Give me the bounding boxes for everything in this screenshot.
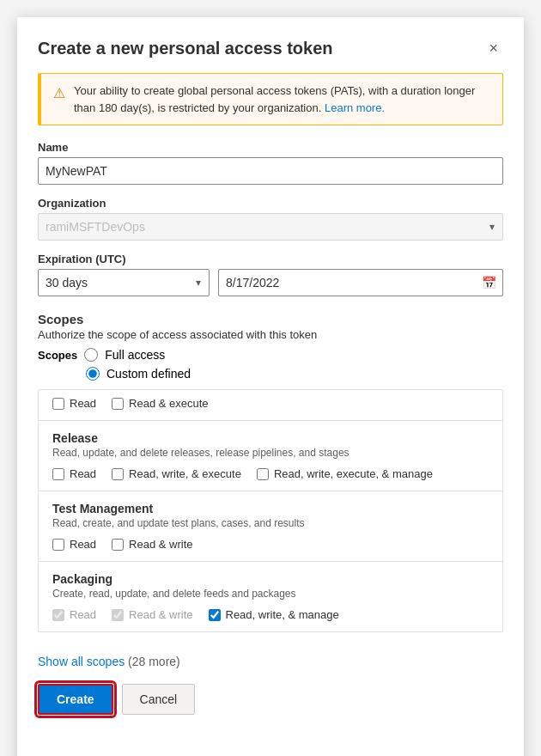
- dialog-title: Create a new personal access token: [38, 39, 333, 58]
- learn-more-link[interactable]: Learn more.: [325, 101, 385, 114]
- test-section-desc: Read, create, and update test plans, cas…: [52, 517, 489, 529]
- radio-row-full: Scopes Full access: [38, 348, 503, 362]
- release-rwem-label: Read, write, execute, & manage: [274, 467, 433, 480]
- checkbox-packaging-rw: [112, 609, 124, 621]
- checkbox-test-read[interactable]: [52, 539, 64, 551]
- warning-banner: ⚠ Your ability to create global personal…: [38, 73, 503, 125]
- warning-icon: ⚠: [53, 83, 65, 104]
- packaging-read-label: Read: [70, 608, 96, 621]
- checkbox-test-rw[interactable]: [112, 539, 124, 551]
- test-rw-label: Read & write: [129, 538, 192, 551]
- close-button[interactable]: ×: [483, 38, 503, 59]
- packaging-options: Read Read & write Read, write, & manage: [52, 608, 489, 621]
- scopes-title: Scopes: [38, 312, 503, 326]
- test-read-label: Read: [70, 538, 96, 551]
- scope-option-read-execute-partial: Read & execute: [112, 397, 209, 410]
- test-section-name: Test Management: [52, 502, 489, 515]
- checkbox-release-rwem[interactable]: [257, 468, 269, 480]
- name-input[interactable]: [38, 157, 503, 185]
- show-all-count: (28 more): [128, 655, 180, 668]
- radio-full-access[interactable]: [84, 348, 98, 362]
- checkbox-packaging-read: [52, 609, 64, 621]
- expiration-select-wrapper: 30 days 7 days 14 days 90 days 180 days …: [38, 269, 210, 296]
- expiration-date-input[interactable]: [218, 269, 503, 296]
- release-options: Read Read, write, & execute Read, write,…: [52, 467, 489, 480]
- create-button[interactable]: Create: [38, 684, 113, 715]
- scopes-container: Read Read & execute Release Read, update…: [38, 389, 503, 632]
- scopes-scroll[interactable]: Read Read & execute Release Read, update…: [39, 390, 502, 631]
- partial-top-section: Read Read & execute: [39, 390, 502, 421]
- radio-full-access-label: Full access: [105, 348, 165, 362]
- test-options: Read Read & write: [52, 538, 489, 551]
- name-field-label: Name: [38, 141, 503, 154]
- packaging-option-rw: Read & write: [112, 608, 192, 621]
- expiration-date-wrapper: 📅: [218, 269, 503, 296]
- test-option-rw: Read & write: [112, 538, 192, 551]
- org-select[interactable]: ramiMSFTDevOps: [38, 213, 503, 241]
- dialog-header: Create a new personal access token ×: [38, 38, 503, 59]
- warning-text: Your ability to create global personal a…: [74, 82, 490, 116]
- scope-option-read-partial: Read: [52, 397, 96, 410]
- org-field-label: Organization: [38, 197, 503, 210]
- scopes-radio-group: Scopes Full access Custom defined: [38, 348, 503, 381]
- release-option-read: Read: [52, 467, 96, 480]
- expiration-row: 30 days 7 days 14 days 90 days 180 days …: [38, 269, 503, 296]
- packaging-option-read: Read: [52, 608, 96, 621]
- scopes-section: Scopes Authorize the scope of access ass…: [38, 312, 503, 632]
- expiration-label: Expiration (UTC): [38, 253, 503, 265]
- partial-options-row: Read Read & execute: [52, 397, 489, 410]
- scopes-label: Scopes: [38, 349, 77, 362]
- show-all-link[interactable]: Show all scopes: [38, 655, 125, 668]
- cancel-button[interactable]: Cancel: [122, 684, 196, 715]
- scope-option-label: Read & execute: [129, 397, 209, 410]
- release-option-rwem: Read, write, execute, & manage: [257, 467, 433, 480]
- scope-option-label: Read: [70, 397, 96, 410]
- expiration-select[interactable]: 30 days 7 days 14 days 90 days 180 days …: [38, 269, 210, 296]
- scope-section-release: Release Read, update, and delete release…: [39, 421, 502, 491]
- scopes-description: Authorize the scope of access associated…: [38, 328, 503, 341]
- checkbox-read-partial[interactable]: [52, 398, 64, 410]
- test-option-read: Read: [52, 538, 96, 551]
- checkbox-packaging-rwm[interactable]: [209, 609, 221, 621]
- packaging-section-name: Packaging: [52, 572, 489, 586]
- release-read-label: Read: [70, 467, 96, 480]
- checkbox-release-rwe[interactable]: [112, 468, 124, 480]
- packaging-rw-label: Read & write: [129, 608, 192, 621]
- packaging-section-desc: Create, read, update, and delete feeds a…: [52, 588, 489, 600]
- radio-custom-defined[interactable]: [86, 367, 100, 381]
- release-section-name: Release: [52, 431, 489, 445]
- packaging-rwm-label: Read, write, & manage: [226, 608, 339, 621]
- actions-row: Create Cancel: [38, 684, 503, 715]
- release-section-desc: Read, update, and delete releases, relea…: [52, 447, 489, 459]
- radio-custom-defined-label: Custom defined: [106, 367, 191, 381]
- release-rwe-label: Read, write, & execute: [129, 467, 241, 480]
- org-select-wrapper: ramiMSFTDevOps ▾: [38, 213, 503, 241]
- show-all-row: Show all scopes (28 more): [38, 643, 503, 668]
- scope-section-packaging: Packaging Create, read, update, and dele…: [39, 562, 502, 631]
- checkbox-read-execute-partial[interactable]: [112, 398, 124, 410]
- create-pat-dialog: Create a new personal access token × ⚠ Y…: [17, 17, 524, 756]
- packaging-option-rwm: Read, write, & manage: [209, 608, 339, 621]
- release-option-rwe: Read, write, & execute: [112, 467, 241, 480]
- scope-section-test-management: Test Management Read, create, and update…: [39, 491, 502, 562]
- checkbox-release-read[interactable]: [52, 468, 64, 480]
- radio-row-custom: Custom defined: [86, 367, 503, 381]
